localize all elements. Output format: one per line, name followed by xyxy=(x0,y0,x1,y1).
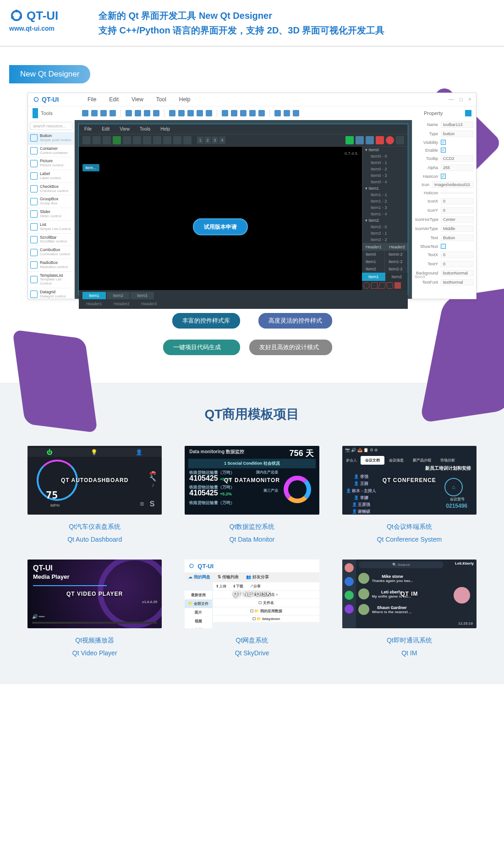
tree-leaf[interactable]: Item0 - 1 xyxy=(362,159,408,166)
property-value[interactable] xyxy=(441,192,473,194)
tab[interactable]: Item2 xyxy=(385,273,409,281)
tab[interactable]: Item1 xyxy=(82,292,106,299)
toolbar-icon[interactable] xyxy=(163,136,171,144)
menu-item[interactable]: View xyxy=(120,126,130,132)
toolbar-icon[interactable] xyxy=(153,110,159,116)
tool-fill-icon[interactable] xyxy=(394,282,401,289)
record-icon[interactable] xyxy=(386,136,394,144)
toolbar-icon[interactable] xyxy=(274,110,281,116)
tool-round-icon[interactable] xyxy=(387,282,393,289)
property-value[interactable]: Center xyxy=(441,216,473,223)
template-card[interactable]: 🔍 SearchLeti.EberlyMike stoneThanks agai… xyxy=(342,560,477,657)
tool-item[interactable]: LabelLabel control xyxy=(28,170,74,183)
toolbar-icon[interactable] xyxy=(258,110,265,116)
pause-icon[interactable] xyxy=(356,136,364,144)
menu-item[interactable]: File xyxy=(88,96,96,103)
frame-number[interactable]: 4 xyxy=(219,137,225,144)
property-value[interactable]: Button xyxy=(441,235,473,241)
property-value[interactable]: 0 xyxy=(441,198,473,204)
toolbar-icon[interactable] xyxy=(187,110,194,116)
menu-item[interactable]: Tools xyxy=(140,126,150,132)
toolbar-icon[interactable] xyxy=(123,136,131,144)
toolbar-icon[interactable] xyxy=(82,136,91,144)
tree-leaf[interactable]: Item1 - 3 xyxy=(362,204,408,211)
tool-item[interactable]: SliderSlider control xyxy=(28,208,74,221)
toolbar-icon[interactable] xyxy=(103,136,111,144)
tree-leaf[interactable]: Item0 - 3 xyxy=(362,172,408,179)
tool-item[interactable]: GroupBoxGroup Box xyxy=(28,195,74,208)
toolbar-icon[interactable] xyxy=(100,110,107,116)
maximize-icon[interactable]: □ xyxy=(460,96,463,103)
tab[interactable]: Item2 xyxy=(107,292,130,299)
property-checkbox[interactable] xyxy=(441,244,446,249)
tool-line-icon[interactable] xyxy=(378,282,386,289)
toolbar-icon[interactable] xyxy=(183,136,192,144)
tree-leaf[interactable]: Item1 - 2 xyxy=(362,198,408,204)
menu-item[interactable]: Edit xyxy=(102,126,110,132)
tool-rect-icon[interactable] xyxy=(371,282,378,289)
table-row[interactable]: Item0Item0-2 xyxy=(362,251,408,258)
property-value[interactable]: toolbar113 xyxy=(441,121,473,128)
tree-leaf[interactable]: Item0 - 2 xyxy=(362,166,408,172)
minimize-icon[interactable]: — xyxy=(449,96,454,103)
menu-item[interactable]: Tool xyxy=(156,96,166,103)
toolbar-icon[interactable] xyxy=(110,110,116,116)
toolbar-icon[interactable] xyxy=(240,110,247,116)
toolbar-icon[interactable] xyxy=(91,110,98,116)
tool-item[interactable]: PicturePicture control xyxy=(28,157,74,170)
toolbar-icon[interactable] xyxy=(284,110,290,116)
table-row[interactable]: Item1Item1-2 xyxy=(362,258,408,265)
toolbar-icon[interactable] xyxy=(113,136,121,144)
toolbar-icon[interactable] xyxy=(169,110,175,116)
toolbar-icon[interactable] xyxy=(249,110,256,116)
template-card[interactable]: 📷 🔊 📤 📋 ⚙ ⊕参会人会议文档会议信息新产品介绍市场分析新员工培训计划和安… xyxy=(342,446,477,543)
outline-tree[interactable]: ▾ Item0Item0 - 0Item0 - 1Item0 - 2Item0 … xyxy=(362,147,408,243)
table-row[interactable]: Item2Item2-2 xyxy=(362,265,408,273)
stop-icon[interactable] xyxy=(376,136,384,144)
property-value[interactable]: 0 xyxy=(441,261,473,267)
tool-item[interactable]: ButtonSimple push button xyxy=(28,132,74,145)
template-card[interactable]: Data monitoring 数据监控756 天1 Scocial Condi… xyxy=(185,446,319,543)
tool-circle-icon[interactable] xyxy=(363,282,370,289)
property-value[interactable]: images\videotool10. xyxy=(432,181,473,188)
property-value[interactable]: buttonNormal xyxy=(441,270,473,276)
property-toggle-icon[interactable] xyxy=(465,110,471,116)
toolbar-icon[interactable] xyxy=(231,110,237,116)
toolbar-icon[interactable] xyxy=(206,110,212,116)
frame-number[interactable]: 1 xyxy=(197,137,203,144)
property-checkbox[interactable]: ✓ xyxy=(441,148,446,153)
tree-leaf[interactable]: Item2 - 1 xyxy=(362,230,408,236)
tool-item[interactable]: ListSimple List Control xyxy=(28,221,74,234)
play-icon[interactable] xyxy=(345,136,354,144)
menu-item[interactable]: Edit xyxy=(109,96,119,103)
toolbar-icon[interactable] xyxy=(126,110,132,116)
menu-item[interactable]: File xyxy=(84,126,92,132)
property-checkbox[interactable]: ✓ xyxy=(441,174,446,179)
tool-item[interactable]: ComboBoxComboBox control xyxy=(28,246,74,259)
tree-leaf[interactable]: Item2 - 2 xyxy=(362,236,408,243)
tree-node[interactable]: ▾ Item2 xyxy=(362,217,408,224)
site-url[interactable]: www.qt-ui.com xyxy=(9,25,99,32)
property-value[interactable]: textNormal xyxy=(441,279,473,285)
property-value[interactable]: CCD2 xyxy=(441,155,473,162)
menu-item[interactable]: Help xyxy=(179,96,191,103)
step-icon[interactable] xyxy=(366,136,374,144)
tool-item[interactable]: ScrollBarScrollBar control xyxy=(28,234,74,247)
tree-node[interactable]: ▾ Item1 xyxy=(362,185,408,192)
tree-leaf[interactable]: Item2 - 0 xyxy=(362,224,408,230)
property-value[interactable]: 0 xyxy=(441,252,473,258)
tab[interactable]: Item1 xyxy=(362,273,385,281)
settings-icon[interactable] xyxy=(396,136,404,144)
property-value[interactable]: button xyxy=(441,131,473,137)
menu-item[interactable]: Help xyxy=(160,126,170,132)
tree-leaf[interactable]: Item0 - 0 xyxy=(362,153,408,159)
tree-leaf[interactable]: Item0 - 4 xyxy=(362,179,408,185)
toolbar-icon[interactable] xyxy=(178,110,185,116)
tool-item[interactable]: TemplateListTemplate List Control xyxy=(28,272,74,288)
frame-number[interactable]: 3 xyxy=(212,137,218,144)
frame-number[interactable]: 2 xyxy=(204,137,211,144)
canvas-chip[interactable]: item... xyxy=(82,164,99,171)
toolbar-icon[interactable] xyxy=(144,110,150,116)
toolbar-icon[interactable] xyxy=(293,110,299,116)
close-icon[interactable]: × xyxy=(468,96,471,103)
